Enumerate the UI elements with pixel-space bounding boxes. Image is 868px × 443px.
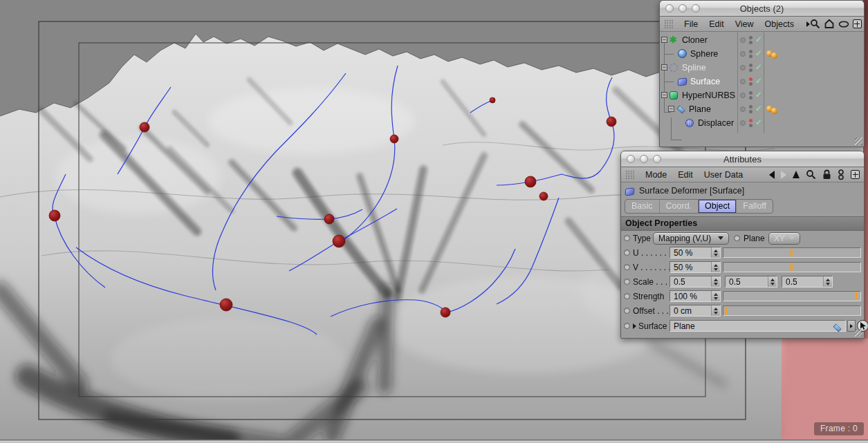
history-back-icon[interactable] <box>769 171 775 179</box>
tree-row-cloner[interactable]: − ✱ Cloner ✓ <box>660 33 864 47</box>
tree-row-sphere[interactable]: Sphere ✓ <box>660 47 864 61</box>
history-forward-icon[interactable] <box>781 171 786 179</box>
window-resize-grip[interactable] <box>855 329 862 337</box>
tab-coord[interactable]: Coord. <box>660 200 699 213</box>
tree-row-hypernurbs[interactable]: − HyperNURBS ✓ <box>660 88 864 102</box>
layer-dot[interactable] <box>740 79 746 84</box>
keyframe-dot[interactable] <box>624 293 630 299</box>
tab-basic[interactable]: Basic <box>625 200 660 213</box>
clone-sphere[interactable] <box>441 308 450 317</box>
clone-sphere[interactable] <box>333 235 345 247</box>
add-panel-icon[interactable] <box>851 170 860 179</box>
clone-sphere[interactable] <box>220 299 232 311</box>
menu-edit[interactable]: Edit <box>703 19 730 29</box>
scale-y-field[interactable]: 0.5 <box>725 276 777 288</box>
palette-grip-icon[interactable] <box>664 19 673 28</box>
palette-grip-icon[interactable] <box>625 170 634 179</box>
object-label[interactable]: Displacer <box>698 118 734 128</box>
v-slider[interactable] <box>723 262 861 272</box>
section-object-properties[interactable]: Object Properties <box>621 216 864 231</box>
clone-sphere[interactable] <box>490 97 495 103</box>
search-icon[interactable] <box>806 169 816 180</box>
visibility-dot-editor[interactable] <box>749 91 752 95</box>
visibility-dot-render[interactable] <box>749 110 752 113</box>
strength-slider[interactable] <box>723 291 861 301</box>
parent-object-icon[interactable] <box>793 171 800 178</box>
keyframe-dot[interactable] <box>624 323 630 329</box>
scale-z-field[interactable]: 0.5 <box>782 276 833 288</box>
visibility-dot-editor[interactable] <box>749 50 752 53</box>
visibility-dot-editor[interactable] <box>749 36 752 39</box>
visibility-dot-render[interactable] <box>749 96 752 100</box>
keyframe-dot[interactable] <box>624 279 630 285</box>
layer-dot[interactable] <box>740 37 746 43</box>
object-label[interactable]: Plane <box>689 104 711 114</box>
link-dots-icon[interactable] <box>838 169 844 180</box>
visibility-dot-editor[interactable] <box>749 64 752 67</box>
window-resize-grip[interactable] <box>855 138 862 145</box>
keyframe-dot[interactable] <box>624 264 630 270</box>
stepper-control[interactable] <box>711 262 720 272</box>
object-label[interactable]: Cloner <box>682 35 708 45</box>
type-dropdown[interactable]: Mapping (V,U) <box>653 232 729 245</box>
menu-file[interactable]: File <box>678 19 703 29</box>
layer-dot[interactable] <box>740 106 746 112</box>
visibility-dot-render[interactable] <box>749 124 752 127</box>
layer-dot[interactable] <box>740 120 746 126</box>
tree-row-plane[interactable]: − Plane ✓ <box>660 102 864 116</box>
keyframe-dot[interactable] <box>734 235 740 241</box>
offset-value-field[interactable]: 0 cm <box>670 305 721 317</box>
v-value-field[interactable]: 50 % <box>670 261 721 273</box>
clone-sphere[interactable] <box>525 176 536 187</box>
offset-slider[interactable] <box>723 305 861 316</box>
stepper-control[interactable] <box>823 276 832 287</box>
stepper-control[interactable] <box>768 276 777 287</box>
expand-toggle[interactable]: − <box>661 37 667 43</box>
object-label[interactable]: Surface <box>690 77 720 86</box>
menu-tags[interactable]: Tags <box>800 19 805 29</box>
clone-sphere[interactable] <box>607 117 616 126</box>
slider-handle[interactable] <box>725 307 727 314</box>
menu-mode[interactable]: Mode <box>640 170 672 180</box>
strength-value-field[interactable]: 100 % <box>670 290 721 302</box>
expand-toggle[interactable]: − <box>661 64 667 70</box>
add-panel-icon[interactable] <box>853 19 862 28</box>
scale-x-field[interactable]: 0.5 <box>670 276 721 288</box>
visibility-dot-render[interactable] <box>749 55 752 58</box>
enabled-check[interactable]: ✓ <box>755 48 762 58</box>
keyframe-dot[interactable] <box>624 249 630 256</box>
stepper-control[interactable] <box>711 291 720 301</box>
clone-sphere[interactable] <box>539 192 548 200</box>
clone-sphere[interactable] <box>140 122 149 132</box>
eye-icon[interactable] <box>838 20 849 28</box>
stepper-control[interactable] <box>711 276 720 287</box>
attributes-titlebar[interactable]: Attributes <box>621 151 864 167</box>
attributes-manager-window[interactable]: Attributes Mode Edit User Data Surface D… <box>620 151 865 339</box>
layer-dot[interactable] <box>740 93 746 98</box>
stepper-control[interactable] <box>711 247 720 258</box>
object-tree[interactable]: − ✱ Cloner ✓ Sphere ✓ − Spline ✓ <box>660 32 864 133</box>
object-label[interactable]: Sphere <box>690 49 718 59</box>
tree-row-spline[interactable]: − Spline ✓ <box>660 61 864 75</box>
tab-object[interactable]: Object <box>699 200 737 213</box>
objects-titlebar[interactable]: Objects (2) <box>660 1 864 17</box>
enabled-check[interactable]: ✓ <box>755 90 762 100</box>
slider-handle[interactable] <box>791 263 793 271</box>
home-icon[interactable] <box>824 19 835 29</box>
tree-row-surface[interactable]: Surface ✓ <box>660 75 864 88</box>
surface-link-field[interactable]: Plane <box>670 320 846 332</box>
lock-icon[interactable] <box>822 169 831 180</box>
stepper-control[interactable] <box>711 305 720 316</box>
keyframe-dot[interactable] <box>624 235 630 241</box>
enabled-check[interactable]: ✓ <box>755 35 762 44</box>
clone-sphere[interactable] <box>49 210 60 221</box>
visibility-dot-editor[interactable] <box>749 119 752 122</box>
layer-dot[interactable] <box>740 51 746 57</box>
material-tag-icon[interactable] <box>771 108 777 114</box>
expand-group-icon[interactable] <box>633 323 636 329</box>
expand-toggle[interactable]: − <box>668 106 674 112</box>
u-value-field[interactable]: 50 % <box>670 247 721 258</box>
menu-user-data[interactable]: User Data <box>699 170 748 180</box>
visibility-dot-render[interactable] <box>749 68 752 72</box>
object-label[interactable]: Spline <box>682 63 706 73</box>
